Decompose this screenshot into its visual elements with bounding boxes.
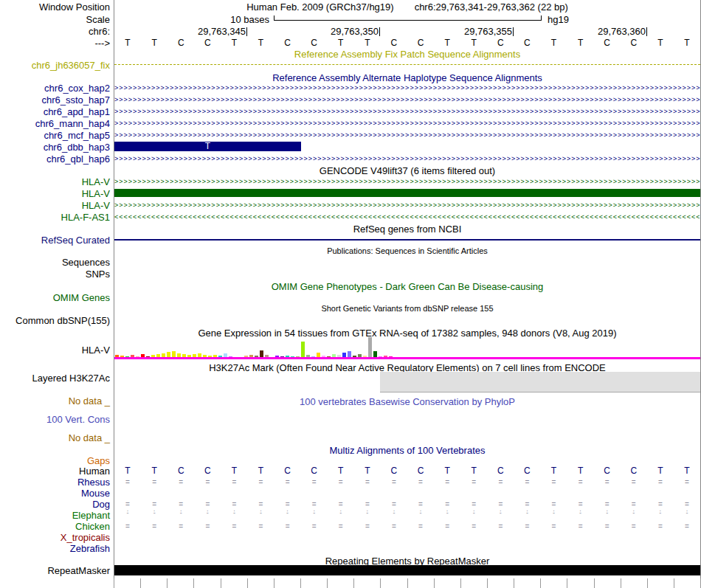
track-label-hla-f-as1[interactable]: HLA-F-AS1 xyxy=(0,212,112,223)
gtex-gene-model-line[interactable] xyxy=(114,357,700,359)
haplotype-alignment-qbl[interactable]: >>>>>>>>>>>>>>>>>>>>>>>>>>>>>>>>>>>>>>>>… xyxy=(114,156,700,163)
track-label-hla-v-3[interactable]: HLA-V xyxy=(0,200,112,211)
coordinate-tick-label: 29,763,355 xyxy=(464,26,512,37)
track-title-publications: Publications: Sequences in Scientific Ar… xyxy=(114,246,700,255)
coordinate-tick-label: 29,763,350 xyxy=(331,26,379,37)
track-label-fix-patch[interactable]: chr6_jh636057_fix xyxy=(0,60,112,71)
fix-patch-alignment-line[interactable] xyxy=(114,64,700,65)
window-position-label: Window Position xyxy=(0,1,112,13)
refseq-gene-line[interactable] xyxy=(114,239,700,241)
haplotype-alignment-ssto[interactable]: >>>>>>>>>>>>>>>>>>>>>>>>>>>>>>>>>>>>>>>>… xyxy=(114,97,700,104)
coordinate-tick: 29,763,360 xyxy=(560,26,647,37)
haplotype-block-dbb[interactable]: T xyxy=(114,142,301,151)
track-label-refseq-curated[interactable]: RefSeq Curated xyxy=(0,235,112,246)
gtex-bars[interactable] xyxy=(115,336,701,358)
haplotype-alignment-mcf[interactable]: >>>>>>>>>>>>>>>>>>>>>>>>>>>>>>>>>>>>>>>>… xyxy=(114,132,700,139)
haplotype-alignment-apd[interactable]: >>>>>>>>>>>>>>>>>>>>>>>>>>>>>>>>>>>>>>>>… xyxy=(114,108,700,116)
gene-hla-v-3[interactable]: >>>>>>>>>>>>>>>>>>>>>>>>>>>>>>>>>>>>>>>>… xyxy=(114,202,700,210)
track-title-dbsnp: Short Genetic Variants from dbSNP releas… xyxy=(114,304,700,313)
track-label-gaps[interactable]: Gaps xyxy=(0,455,112,466)
scale-bar-label: 10 bases xyxy=(114,14,269,25)
header-title-row: Human Feb. 2009 (GRCh37/hg19) chr6:29,76… xyxy=(114,1,700,13)
species-label-mouse[interactable]: Mouse xyxy=(0,488,112,499)
track-title-fix-patch: Reference Assembly Fix Patch Sequence Al… xyxy=(114,49,700,60)
track-label-cox-hap2[interactable]: chr6_cox_hap2 xyxy=(0,83,112,94)
gene-hla-v-exon-bar[interactable] xyxy=(114,189,700,197)
multiz-human-sequence[interactable]: TTCCTTCCTTCCTTCCTTCCTT xyxy=(114,466,700,476)
track-title-phylop: 100 vertebrates Basewise Conservation by… xyxy=(114,396,700,407)
multiz-rhesus-marks[interactable]: ====================== xyxy=(114,478,700,487)
track-label-omim-genes[interactable]: OMIM Genes xyxy=(0,292,112,303)
track-label-100-vert-cons[interactable]: 100 Vert. Cons xyxy=(0,414,112,425)
species-label-rhesus[interactable]: Rhesus xyxy=(0,477,112,488)
track-label-ssto-hap7[interactable]: chr6_ssto_hap7 xyxy=(0,94,112,106)
track-label-dbb-hap3[interactable]: chr6_dbb_hap3 xyxy=(0,142,112,153)
conservation-no-data-label: No data _ xyxy=(0,432,112,443)
haplotype-alignment-mann[interactable]: >>>>>>>>>>>>>>>>>>>>>>>>>>>>>>>>>>>>>>>>… xyxy=(114,120,700,128)
coordinate-tick-label: 29,763,360 xyxy=(598,26,646,37)
track-title-refseq: RefSeq genes from NCBI xyxy=(114,224,700,235)
species-label-human[interactable]: Human xyxy=(0,466,112,477)
tick-mark xyxy=(646,27,647,36)
species-label-x-tropicalis[interactable]: X_tropicalis xyxy=(0,532,112,543)
base-position-ruler[interactable] xyxy=(114,578,701,588)
track-title-multiz: Multiz Alignments of 100 Vertebrates xyxy=(114,445,700,456)
track-label-gtex-hla-v[interactable]: HLA-V xyxy=(0,345,112,356)
haplotype-block-letter: T xyxy=(205,141,210,151)
scale-row-label: Scale xyxy=(0,14,112,25)
species-label-elephant[interactable]: Elephant xyxy=(0,510,112,521)
species-label-chicken[interactable]: Chicken xyxy=(0,521,112,532)
track-title-gencode: GENCODE V49lift37 (6 items filtered out) xyxy=(114,165,700,176)
track-label-hla-v-1[interactable]: HLA-V xyxy=(0,176,112,187)
multiz-chicken-marks[interactable]: ====================== xyxy=(114,522,700,531)
h3k27ac-no-data-label: No data _ xyxy=(0,395,112,407)
track-label-common-dbsnp[interactable]: Common dbSNP(155) xyxy=(0,315,112,326)
coordinate-tick: 29,763,350 xyxy=(293,26,380,37)
h3k27ac-signal-region[interactable] xyxy=(380,372,700,392)
track-title-alt-haplotypes: Reference Assembly Alternate Haplotype S… xyxy=(114,72,700,83)
reference-sequence-row[interactable]: TTCCTTCCTTCCTTCCTTCCTT xyxy=(114,38,700,48)
haplotype-alignment-cox[interactable]: >>>>>>>>>>>>>>>>>>>>>>>>>>>>>>>>>>>>>>>>… xyxy=(114,85,700,92)
track-label-qbl-hap6[interactable]: chr6_qbl_hap6 xyxy=(0,153,112,165)
gene-hla-v-1[interactable]: >>>>>>>>>>>>>>>>>>>>>>>>>>>>>>>>>>>>>>>>… xyxy=(114,179,700,186)
tick-mark xyxy=(379,27,380,36)
track-label-mcf-hap5[interactable]: chr6_mcf_hap5 xyxy=(0,130,112,141)
genome-title: Human Feb. 2009 (GRCh37/hg19) xyxy=(246,1,393,13)
track-label-snps[interactable]: SNPs xyxy=(0,269,112,280)
strand-label: ---> xyxy=(0,38,112,49)
species-label-zebrafish[interactable]: Zebrafish xyxy=(0,543,112,554)
track-label-layered-h3k27ac[interactable]: Layered H3K27Ac xyxy=(0,373,112,384)
coordinate-tick-label: 29,763,345 xyxy=(198,26,246,37)
track-title-omim: OMIM Gene Phenotypes - Dark Green Can Be… xyxy=(114,281,700,292)
tick-mark xyxy=(246,27,247,36)
track-label-hla-v-2[interactable]: HLA-V xyxy=(0,188,112,199)
track-label-mann-hap4[interactable]: chr6_mann_hap4 xyxy=(0,118,112,129)
assembly-label: hg19 xyxy=(548,14,569,25)
species-label-dog[interactable]: Dog xyxy=(0,499,112,510)
gene-hla-f-as1[interactable]: <<<<<<<<<<<<<<<<<<<<<<<<<<<<<<<<<<<<<<<<… xyxy=(114,214,700,221)
tick-mark xyxy=(513,27,514,36)
position-display: chr6:29,763,341-29,763,362 (22 bp) xyxy=(415,1,568,13)
genome-browser-view: Window Position Human Feb. 2009 (GRCh37/… xyxy=(0,0,701,588)
coordinate-tick: 29,763,345 xyxy=(160,26,247,37)
coordinate-tick: 29,763,355 xyxy=(427,26,514,37)
track-label-repeatmasker[interactable]: RepeatMasker xyxy=(0,565,112,576)
scale-bar xyxy=(274,15,542,21)
chrom-label: chr6: xyxy=(0,26,112,37)
multiz-elephant-marks[interactable]: .-.-.-.-.-.-.-.-.-.-.-.-.-.-.-.-.-.-.-.-… xyxy=(114,508,700,515)
track-label-sequences[interactable]: Sequences xyxy=(0,257,112,268)
repeatmasker-element-bar[interactable] xyxy=(114,565,700,575)
track-label-apd-hap1[interactable]: chr6_apd_hap1 xyxy=(0,106,112,117)
